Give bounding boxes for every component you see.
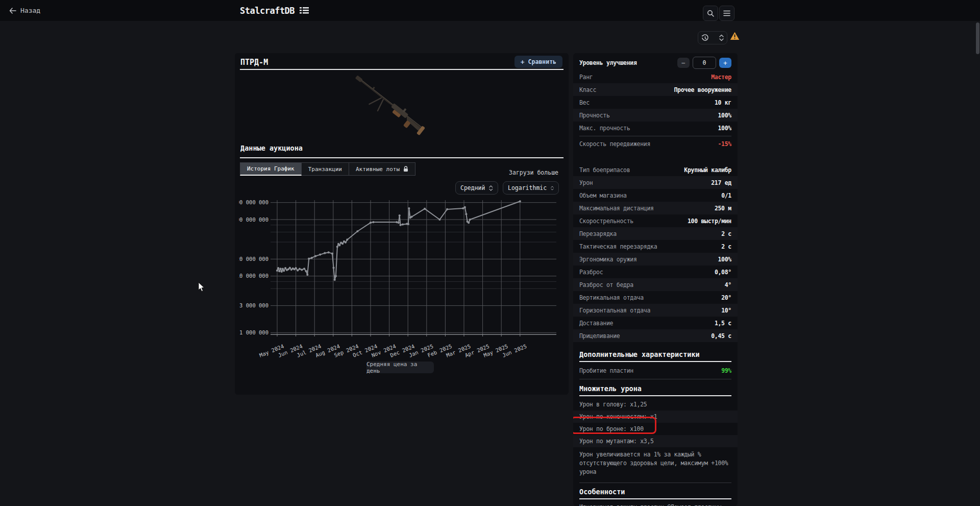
data-point bbox=[372, 221, 374, 223]
stat-value: Крупный калибр bbox=[684, 166, 731, 174]
stat-row: Прочность100% bbox=[573, 109, 738, 122]
stat-row: КлассПрочее вооружение bbox=[573, 83, 738, 96]
data-point bbox=[308, 258, 310, 260]
stat-value: 0,45 с bbox=[711, 332, 731, 340]
data-point bbox=[335, 275, 337, 277]
price-chart[interactable]: 200 000 000100 000 00020 000 00010 000 0… bbox=[239, 198, 566, 360]
axis-tick-label: 200 000 000 bbox=[239, 199, 268, 205]
data-point bbox=[331, 253, 333, 255]
stat-value: 100% bbox=[718, 112, 732, 119]
scrollbar-thumb[interactable] bbox=[976, 22, 979, 54]
data-point bbox=[469, 219, 471, 221]
stat-label: Доставание bbox=[579, 320, 613, 327]
data-point bbox=[356, 230, 358, 232]
upgrade-level-input[interactable] bbox=[693, 57, 716, 69]
hamburger-icon bbox=[723, 10, 730, 16]
load-more-button[interactable]: Загрузи больше bbox=[509, 169, 558, 176]
page-title: ПТРД-М bbox=[240, 58, 268, 67]
weapon-image bbox=[343, 73, 465, 136]
stat-label: Максимальная дистанция bbox=[579, 205, 654, 212]
data-point bbox=[303, 268, 305, 270]
data-point bbox=[324, 252, 326, 254]
data-point bbox=[408, 207, 410, 209]
axis-tick-label: 1 000 000 bbox=[239, 329, 268, 335]
item-panel: ПТРД-М + Сравнить Данные аукциона Истори… bbox=[235, 53, 569, 395]
history-version-select[interactable] bbox=[698, 31, 727, 44]
stat-label: Скорость передвижения bbox=[579, 140, 650, 148]
data-point bbox=[283, 270, 285, 272]
search-button[interactable] bbox=[703, 6, 718, 21]
stat-value: 10 кг bbox=[715, 99, 731, 106]
data-point bbox=[289, 267, 291, 269]
title-underline bbox=[240, 69, 564, 70]
axis-tick-label: 20 000 000 bbox=[239, 256, 268, 262]
damage-mult-underline bbox=[579, 395, 731, 396]
stat-label: Разброс bbox=[579, 269, 603, 276]
stat-value: 99% bbox=[721, 367, 731, 374]
stat-label: Пробитие пластин bbox=[579, 367, 633, 374]
upgrade-minus-button[interactable]: − bbox=[677, 58, 690, 68]
stat-value: 0/1 bbox=[721, 192, 731, 199]
data-point bbox=[276, 270, 278, 272]
auction-tab[interactable]: Транзакции bbox=[302, 162, 349, 176]
data-point bbox=[465, 213, 467, 215]
additional-underline bbox=[579, 361, 731, 362]
auction-tab[interactable]: Активные лоты bbox=[349, 162, 415, 176]
data-point bbox=[279, 268, 281, 270]
logo[interactable]: StalcraftDB bbox=[240, 0, 309, 21]
logo-text: StalcraftDB bbox=[240, 6, 295, 16]
stat-label: Прицеливание bbox=[579, 332, 620, 340]
stat-label: Вес bbox=[579, 99, 590, 106]
back-button[interactable]: Назад bbox=[9, 0, 40, 21]
stat-value: Мастер bbox=[711, 74, 731, 81]
data-point bbox=[297, 269, 299, 271]
divider bbox=[579, 136, 731, 136]
stat-row: Эргономика оружия100% bbox=[573, 253, 738, 266]
stat-label: Класс bbox=[579, 86, 596, 93]
stat-label: Макс. прочность bbox=[579, 125, 630, 132]
auction-heading: Данные аукциона bbox=[240, 144, 303, 152]
aggregation-select[interactable]: Средний bbox=[455, 181, 498, 195]
data-point bbox=[328, 251, 330, 253]
damage-multiplier-item: Урон по броне: x100 bbox=[573, 423, 738, 435]
stat-row: Прицеливание0,45 с bbox=[573, 329, 738, 342]
auction-tab-label: Активные лоты bbox=[356, 166, 400, 173]
stat-value: Прочее вооружение bbox=[674, 86, 731, 93]
data-point bbox=[278, 270, 280, 272]
compare-button[interactable]: + Сравнить bbox=[514, 56, 562, 68]
stat-value: 10° bbox=[721, 307, 731, 314]
data-point bbox=[311, 257, 313, 259]
stat-row: Разброс от бедра4° bbox=[573, 278, 738, 291]
stat-row: Максимальная дистанция250 м bbox=[573, 202, 738, 214]
data-point bbox=[399, 224, 401, 226]
auction-tab-label: Транзакции bbox=[308, 166, 342, 173]
stat-row: Скорострельность100 выстр/мин bbox=[573, 214, 738, 227]
stat-value: 2 с bbox=[721, 243, 731, 250]
stat-value: 250 м bbox=[715, 205, 731, 212]
stats-panel: Уровень улучшения − + РангМастерКлассПро… bbox=[573, 53, 738, 506]
stat-value: 1,5 с bbox=[715, 320, 731, 327]
upgrade-plus-button[interactable]: + bbox=[719, 58, 731, 68]
scale-select[interactable]: Logarithmic bbox=[503, 181, 559, 195]
damage-multiplier-item: Урон увеличивается на 1% за каждый % отс… bbox=[573, 447, 738, 480]
data-point bbox=[398, 222, 400, 224]
stat-label: Тактическая перезарядка bbox=[579, 243, 657, 250]
auction-tab[interactable]: История График bbox=[240, 162, 302, 176]
data-point bbox=[346, 238, 348, 240]
damage-multiplier-item: Урон по конечностям: x1 bbox=[573, 411, 738, 423]
stat-label: Эргономика оружия bbox=[579, 256, 637, 263]
stat-label: Горизонтальная отдача bbox=[579, 307, 650, 314]
menu-button[interactable] bbox=[719, 6, 734, 21]
stat-value: 0,08° bbox=[715, 269, 731, 276]
stat-row: Пробитие пластин99% bbox=[573, 364, 738, 377]
data-point bbox=[334, 279, 336, 281]
data-point bbox=[341, 243, 344, 245]
stat-label: Тип боеприпасов bbox=[579, 166, 630, 174]
data-point bbox=[277, 267, 279, 269]
data-point bbox=[438, 219, 440, 221]
stat-value: 100 выстр/мин bbox=[688, 218, 731, 225]
additional-heading: Дополнительные характеристики bbox=[573, 350, 738, 358]
warning-button[interactable] bbox=[730, 32, 740, 40]
divider bbox=[579, 483, 731, 483]
divider bbox=[579, 379, 731, 379]
